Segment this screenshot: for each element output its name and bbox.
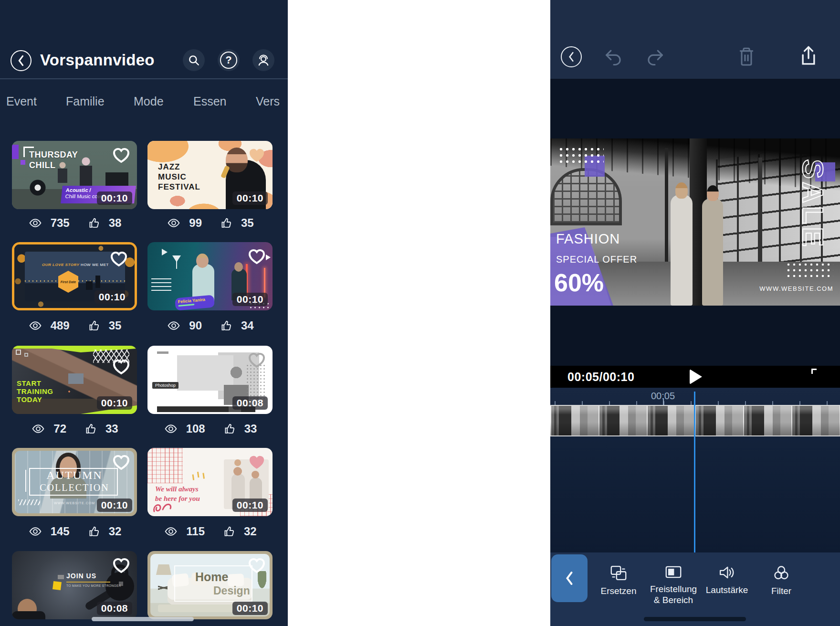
favorite-heart-icon[interactable]	[109, 249, 128, 268]
thumbnail-title: THURSDAY CHILL	[29, 149, 78, 170]
tab-vers[interactable]: Vers	[256, 95, 280, 108]
back-button[interactable]	[561, 46, 582, 67]
template-card-start-training[interactable]: START TRAINING TODAY 00:10	[12, 346, 137, 414]
preview-headline: FASHION	[556, 231, 620, 247]
undo-icon	[604, 49, 623, 65]
favorite-heart-icon[interactable]	[247, 247, 266, 266]
duration-badge: 00:10	[232, 293, 268, 306]
svg-text:SALE: SALE	[797, 159, 830, 249]
tab-event[interactable]: Event	[6, 95, 37, 108]
views-icon	[166, 319, 181, 332]
template-stats: 735 38	[12, 215, 137, 231]
search-button[interactable]	[183, 49, 205, 71]
browser-header: Vorspannvideo ?	[0, 0, 288, 79]
tab-mode[interactable]: Mode	[134, 95, 164, 108]
undo-button[interactable]	[603, 46, 625, 68]
views-icon	[28, 217, 43, 229]
edit-toolbar: Ersetzen Freistellung & Bereich Lautstär…	[550, 552, 840, 626]
favorite-heart-icon[interactable]	[247, 146, 266, 165]
favorite-heart-icon[interactable]	[112, 556, 131, 575]
favorite-heart-icon[interactable]	[112, 357, 131, 376]
template-card-dispersion[interactable]: Photoshop 00:08	[147, 346, 273, 414]
favorite-heart-icon[interactable]	[247, 453, 266, 472]
decor-square	[24, 353, 28, 357]
export-button[interactable]	[798, 45, 819, 67]
thumbnail-title: COLLECTION	[12, 482, 137, 493]
decor-crosshatch	[147, 448, 183, 483]
template-card-felicia-concert[interactable]: Felicia Yanira 00:10	[147, 242, 273, 310]
thumbnail-title: JAZZ MUSIC FESTIVAL	[158, 162, 200, 192]
decor-model	[671, 195, 693, 306]
tab-familie[interactable]: Familie	[66, 95, 105, 108]
fullscreen-button[interactable]	[811, 369, 828, 385]
template-stats: 108 33	[147, 421, 273, 437]
template-card-family[interactable]: We will always be here for you 00:10	[147, 448, 273, 516]
collapse-toolbar-button[interactable]	[551, 554, 588, 602]
volume-icon	[718, 565, 735, 580]
duration-badge: 00:10	[232, 499, 268, 512]
duration-badge: 00:10	[232, 602, 268, 615]
decor-model-head	[707, 185, 719, 201]
tool-lautstaerke[interactable]: Lautstärke	[698, 565, 756, 595]
video-editor-panel: FASHION SPECIAL OFFER 60% SALE WWW.WEBSI…	[550, 0, 840, 626]
profile-button[interactable]	[252, 49, 274, 71]
views-icon	[166, 217, 181, 229]
decor-yellow-square	[52, 581, 62, 590]
page-title: Vorspannvideo	[40, 51, 155, 69]
back-button[interactable]	[10, 50, 32, 71]
home-indicator[interactable]	[92, 617, 194, 621]
delete-button[interactable]	[735, 46, 757, 68]
preview-sale-text: SALE	[794, 147, 837, 262]
redo-button[interactable]	[644, 46, 666, 68]
search-icon	[188, 54, 200, 66]
decor-figure-head	[252, 471, 259, 478]
favorite-heart-icon[interactable]	[247, 350, 266, 370]
play-button[interactable]	[690, 369, 702, 384]
decor-dots	[558, 146, 604, 166]
favorite-heart-icon[interactable]	[247, 556, 266, 575]
thumbnail-title: START TRAINING TODAY	[17, 379, 53, 403]
views-icon	[163, 525, 178, 538]
tab-essen[interactable]: Essen	[193, 95, 226, 108]
views-icon	[163, 423, 178, 435]
decor-model-head	[675, 182, 688, 199]
decor-model	[702, 199, 723, 306]
video-preview[interactable]: FASHION SPECIAL OFFER 60% SALE WWW.WEBSI…	[550, 138, 840, 306]
thumbnail-title: OUR LOVE STORY HOW WE MET	[29, 263, 122, 267]
playhead[interactable]	[694, 392, 695, 552]
replace-icon	[610, 565, 627, 581]
thumbnail-title: Home	[195, 570, 228, 584]
favorite-heart-icon[interactable]	[112, 453, 131, 472]
duration-badge: 00:10	[97, 499, 132, 512]
tool-filter[interactable]: Filter	[753, 565, 810, 596]
template-card-autumn-collection[interactable]: AUTUMN COLLECTION WWW.WEBSITE.COM 00:10	[12, 448, 137, 516]
tool-ersetzen[interactable]: Ersetzen	[590, 565, 647, 596]
preview-website: WWW.WEBSITE.COM	[759, 285, 833, 292]
template-card-jazz-festival[interactable]: JAZZ MUSIC FESTIVAL 00:10	[147, 141, 273, 209]
header-divider	[0, 78, 288, 79]
template-card-love-story-selected[interactable]: OUR LOVE STORY HOW WE MET First Date 00:…	[12, 242, 137, 310]
decor-lamp	[156, 564, 171, 575]
thumbnail-caption: Photoshop	[152, 382, 178, 389]
playback-time: 00:05/00:10	[567, 370, 634, 384]
home-indicator[interactable]	[644, 617, 746, 621]
template-browser-panel: Vorspannvideo ? Event Familie Mode Essen…	[0, 0, 288, 626]
decor-funnel-stem	[176, 261, 177, 269]
template-card-home-design[interactable]: Home Design 00:10	[147, 551, 273, 619]
template-card-join-us[interactable]: JOIN US TO MAKE YOU MORE STRONGER 00:08	[12, 551, 137, 619]
preview-subline: SPECIAL OFFER	[556, 254, 637, 265]
duration-badge: 00:10	[232, 191, 268, 205]
template-card-thursday-chill[interactable]: THURSDAY CHILL Acoustic / Chill Music co…	[12, 141, 137, 209]
template-stats: 115 32	[147, 523, 273, 540]
thumbnail-title: JOIN US	[66, 572, 96, 580]
template-stats: 90 34	[147, 318, 273, 334]
likes-icon	[88, 217, 101, 229]
decor-singer-head	[196, 254, 209, 268]
favorite-heart-icon[interactable]	[112, 146, 131, 165]
likes-icon	[88, 525, 101, 538]
duration-badge: 00:08	[97, 602, 132, 615]
share-export-icon	[799, 45, 818, 66]
template-stats: 99 35	[147, 215, 273, 231]
tool-freistellung-bereich[interactable]: Freistellung & Bereich	[645, 565, 702, 605]
help-button[interactable]: ?	[218, 49, 240, 71]
